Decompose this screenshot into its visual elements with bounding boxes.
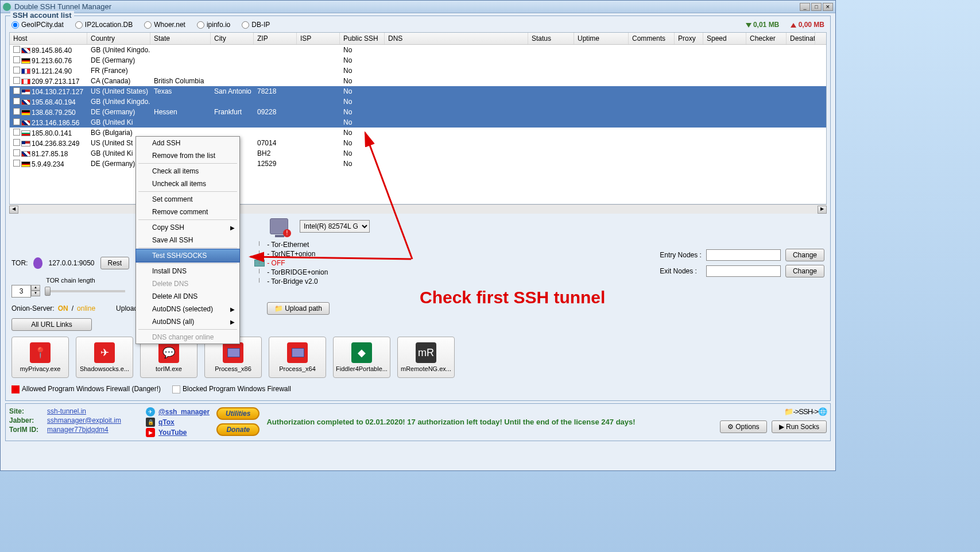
tor-mode-list[interactable]: - Tor-Ethernet- TorNET+onion- OFF- TorBR… (255, 240, 359, 286)
chain-length-spinner[interactable]: ▲▼ (11, 285, 40, 298)
radio-geoipcity[interactable]: GeoIPCity.dat (11, 21, 64, 29)
torim-link[interactable]: manager77bjdqdm4 (47, 426, 139, 434)
entry-nodes-input[interactable] (706, 249, 781, 261)
menu-set-comment[interactable]: Set comment (136, 193, 239, 206)
radio-whoer[interactable]: Whoer.net (144, 21, 185, 29)
horizontal-scrollbar[interactable]: ◀ ▶ (9, 204, 827, 214)
table-row[interactable]: 195.68.40.194GB (United Kingdo...No (10, 96, 826, 107)
minimize-button[interactable]: _ (800, 3, 810, 11)
row-checkbox[interactable] (13, 77, 20, 84)
tor-mode-off[interactable]: - OFF (255, 258, 359, 268)
row-checkbox[interactable] (13, 149, 20, 156)
column-comments[interactable]: Comments (629, 33, 675, 44)
tor-mode-tor-bridge-v2-0[interactable]: - Tor-Bridge v2.0 (255, 277, 359, 286)
row-checkbox[interactable] (13, 108, 20, 115)
row-checkbox[interactable] (13, 98, 20, 105)
exit-change-button[interactable]: Change (785, 265, 824, 277)
table-row[interactable]: 213.146.186.56GB (United KiNo (10, 117, 826, 128)
column-city[interactable]: City (211, 33, 254, 44)
menu-check-all-items[interactable]: Check all items (136, 165, 239, 177)
table-row[interactable]: 89.145.86.40GB (United Kingdo...No (10, 45, 826, 55)
restart-tor-button[interactable]: Rest (100, 257, 130, 269)
column-dns[interactable]: DNS (385, 33, 528, 44)
column-uptime[interactable]: Uptime (574, 33, 629, 44)
qtox-link[interactable]: qTox (158, 418, 175, 426)
table-row[interactable]: 91.213.60.76DE (Germany)No (10, 55, 826, 65)
row-checkbox[interactable] (13, 160, 20, 167)
column-proxy[interactable]: Proxy (675, 33, 703, 44)
radio-ipinfo[interactable]: ipinfo.io (197, 21, 230, 29)
column-zip[interactable]: ZIP (254, 33, 297, 44)
ssh-table: HostCountryStateCityZIPISPPublic SSHDNSS… (9, 32, 827, 204)
menu-remove-from-the-list[interactable]: Remove from the list (136, 149, 239, 162)
column-isp[interactable]: ISP (297, 33, 340, 44)
app-icon: 📍 (30, 342, 51, 363)
app-fiddler4portable-[interactable]: ◆Fiddler4Portable... (333, 337, 390, 378)
table-row[interactable]: 5.9.49.234DE (Germany)12529No (10, 159, 826, 169)
column-destinati[interactable]: Destinati (787, 33, 815, 44)
exit-nodes-input[interactable] (706, 265, 781, 277)
row-checkbox[interactable] (13, 67, 20, 74)
torim-key: TorIM ID: (9, 426, 44, 434)
site-link[interactable]: ssh-tunnel.in (47, 407, 139, 415)
all-url-links-button[interactable]: All URL Links (11, 318, 92, 331)
row-checkbox[interactable] (13, 46, 20, 53)
column-checker[interactable]: Checker (746, 33, 787, 44)
firewall-blocked: Blocked Program Windows Firewall (172, 385, 291, 393)
donate-button[interactable]: Donate (216, 423, 259, 436)
menu-copy-ssh[interactable]: Copy SSH▶ (136, 221, 239, 234)
tor-mode-torbridge-onion[interactable]: - TorBRIDGE+onion (255, 268, 359, 277)
column-status[interactable]: Status (528, 33, 574, 44)
chain-length-slider[interactable] (45, 290, 125, 292)
app-mremoteng-ex-[interactable]: mRmRemoteNG.ex... (397, 337, 455, 378)
table-row[interactable]: 81.27.85.18GB (United KiouthBH2No (10, 148, 826, 159)
youtube-link[interactable]: YouTube (158, 429, 187, 437)
telegram-link[interactable]: @ssh_manager (158, 408, 210, 416)
row-checkbox[interactable] (13, 118, 20, 125)
app-process-x64[interactable]: 🖥Process_x64 (269, 337, 326, 378)
flag-icon (21, 48, 30, 53)
menu-remove-comment[interactable]: Remove comment (136, 206, 239, 218)
table-row[interactable]: 104.236.83.249US (United St07014No (10, 138, 826, 148)
scroll-left-button[interactable]: ◀ (9, 206, 18, 214)
adapter-select[interactable]: Intel(R) 82574L G (300, 220, 370, 233)
row-checkbox[interactable] (13, 56, 20, 63)
table-row[interactable]: 138.68.79.250DE (Germany)HessenFrankfurt… (10, 107, 826, 117)
upload-path-button[interactable]: 📁 Upload path (267, 302, 330, 315)
row-checkbox[interactable] (13, 139, 20, 146)
radio-ip2location[interactable]: IP2Location.DB (75, 21, 133, 29)
utilities-button[interactable]: Utilities (216, 407, 259, 420)
menu-save-all-ssh[interactable]: Save All SSH (136, 234, 239, 246)
menu-delete-all-dns[interactable]: Delete All DNS (136, 290, 239, 303)
app-myprivacy-exe[interactable]: 📍myPrivacy.exe (11, 337, 69, 378)
menu-add-ssh[interactable]: Add SSH (136, 137, 239, 149)
menu-autodns-all-[interactable]: AutoDNS (all)▶ (136, 315, 239, 328)
table-row[interactable]: 185.80.0.141BG (Bulgaria)No (10, 128, 826, 138)
row-checkbox[interactable] (13, 129, 20, 136)
entry-change-button[interactable]: Change (785, 249, 824, 261)
menu-install-dns[interactable]: Install DNS (136, 265, 239, 277)
close-button[interactable]: ✕ (823, 3, 833, 11)
menu-test-ssh-socks[interactable]: Test SSH/SOCKS (135, 249, 240, 263)
radio-dbip[interactable]: DB-IP (242, 21, 270, 29)
scroll-right-button[interactable]: ▶ (818, 206, 827, 214)
menu-uncheck-all-items[interactable]: Uncheck all items (136, 177, 239, 190)
menu-autodns-selected-[interactable]: AutoDNS (selected)▶ (136, 303, 239, 315)
run-socks-button[interactable]: ▶ Run Socks (772, 420, 827, 433)
row-checkbox[interactable] (13, 87, 20, 94)
tor-mode-tornet-onion[interactable]: - TorNET+onion (255, 249, 359, 258)
table-row[interactable]: 104.130.217.127US (United States)TexasSa… (10, 86, 826, 96)
column-host[interactable]: Host (10, 33, 87, 44)
column-country[interactable]: Country (87, 33, 150, 44)
jabber-link[interactable]: sshmanager@exploit.im (47, 416, 139, 424)
column-public-ssh[interactable]: Public SSH (340, 33, 385, 44)
column-state[interactable]: State (150, 33, 211, 44)
table-row[interactable]: 209.97.213.117CA (Canada)British Columbi… (10, 76, 826, 86)
tor-mode-tor-ethernet[interactable]: - Tor-Ethernet (255, 240, 359, 249)
app-shadowsocks-e-[interactable]: ✈Shadowsocks.e... (76, 337, 133, 378)
geoip-radios: GeoIPCity.dat IP2Location.DB Whoer.net i… (9, 20, 827, 30)
options-button[interactable]: ⚙ Options (720, 420, 767, 433)
maximize-button[interactable]: □ (811, 3, 822, 11)
column-speed[interactable]: Speed (703, 33, 746, 44)
table-row[interactable]: 91.121.24.90FR (France)No (10, 65, 826, 76)
